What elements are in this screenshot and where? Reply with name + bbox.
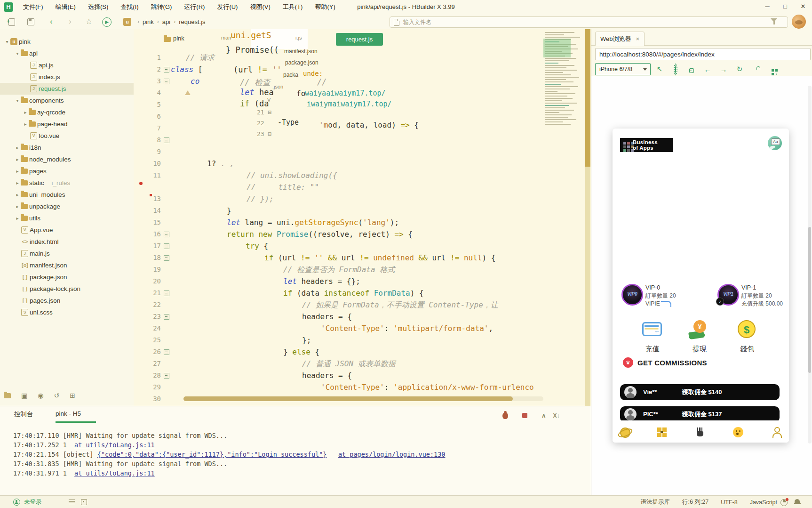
menu-item-y[interactable]: 帮助(Y) [309,0,341,14]
explorer-folder-icon[interactable] [4,393,11,398]
tree-item-i18n[interactable]: ▸i18n [0,142,134,153]
tab-pink-h5[interactable]: pink - H5 [56,410,81,417]
tree-item-utils[interactable]: ▸utils [0,212,134,224]
scrollbar-thumb[interactable] [585,29,590,167]
tree-item-App-vue[interactable]: VApp.vue [0,224,134,236]
fold-marker-icon[interactable] [164,79,169,84]
chevron-right-icon[interactable]: ▸ [14,145,21,150]
fold-marker-icon[interactable] [164,314,169,320]
filter-funnel-icon[interactable] [771,18,777,22]
breadcrumb-item-folder[interactable]: api [162,18,170,25]
minimize-button[interactable]: ─ [758,0,776,14]
action-withdraw-hand[interactable]: ¥提現 [683,319,716,354]
vip-card-vip-0[interactable]: VIP0VIP-0訂單數量 20VIPIE [621,284,711,310]
tree-item-foo-vue[interactable]: Vfoo.vue [0,130,134,142]
tree-item-api-js[interactable]: Japi.js [0,59,134,71]
browser-tab[interactable]: Web浏览器× [595,32,645,46]
tree-item-main-js[interactable]: Jmain.js [0,248,134,259]
close-button[interactable]: ✕ [794,0,812,14]
menu-item-v[interactable]: 视图(V) [244,0,276,14]
fold-marker-icon[interactable] [164,373,169,379]
chevron-right-icon[interactable]: ▸ [14,216,21,221]
statusbar-item[interactable]: 语法提示库 [640,498,670,506]
menu-item-s[interactable]: 选择(S) [82,0,114,14]
tree-item-index-html[interactable]: <>index.html [0,236,134,248]
chevron-down-icon[interactable]: ▾ [14,98,21,103]
stop-icon[interactable] [522,413,527,418]
chevron-right-icon[interactable]: ▸ [22,110,29,115]
log-link[interactable]: at utils/toLang.js:11 [74,441,155,449]
tree-item-package-json[interactable]: [ ]package.json [0,271,134,283]
chevron-right-icon[interactable]: ▸ [14,204,21,209]
action-wallet-coin[interactable]: $錢包 [731,319,764,354]
menu-item-e[interactable]: 编辑(E) [49,0,82,14]
menu-item-u[interactable]: 发行(U) [211,0,244,14]
commission-row[interactable]: Vie**獲取佣金 $140 [620,384,780,400]
tree-item-manifest-json[interactable]: [o]manifest.json [0,259,134,271]
tab-console[interactable]: 控制台 [14,410,33,419]
scrollbar-thumb[interactable] [808,227,811,373]
bookmark-star-button[interactable]: ☆ [83,14,95,29]
tree-item-package-lock-json[interactable]: [ ]package-lock.json [0,283,134,295]
navigate-forward-button[interactable]: › [64,14,76,29]
device-selector[interactable]: iPhone 6/7/8 [595,63,651,75]
chevron-right-icon[interactable]: ▸ [14,169,21,174]
menu-item-f[interactable]: 文件(F) [17,0,49,14]
editor-vertical-scrollbar[interactable] [585,29,590,406]
fold-marker-icon[interactable] [164,137,169,143]
breadcrumb-item-file[interactable]: request.js [179,18,205,25]
forward-arrow-icon[interactable]: → [719,65,728,73]
tree-item-api[interactable]: ▾api [0,48,134,59]
commission-row[interactable]: PIC**獲取佣金 $137 [620,406,780,422]
editor-minimap[interactable] [543,29,591,406]
tree-item-uni-scss[interactable]: Suni.scss [0,306,134,318]
menu-item-i[interactable]: 查找(I) [114,0,144,14]
user-avatar[interactable] [792,15,806,29]
browser-scrollbar[interactable] [808,86,812,443]
tree-item-request-js[interactable]: Jrequest.js [0,83,134,95]
run-button[interactable]: ▶ [101,14,113,29]
fold-marker-icon[interactable] [164,290,169,296]
breadcrumb-item-project[interactable]: pink [143,18,154,25]
panel-toggle-icon[interactable] [81,499,87,505]
save-button[interactable] [24,14,37,29]
navigate-back-button[interactable]: ‹ [45,14,57,29]
outline-list-icon[interactable] [69,500,75,505]
browser-tab-close-icon[interactable]: × [636,35,640,42]
action-recharge-card[interactable]: 充值 [636,319,669,354]
fold-marker-icon[interactable] [164,67,169,73]
chevron-right-icon[interactable]: ▸ [14,157,21,162]
open-external-icon[interactable]: ↖ [655,65,664,73]
log-link[interactable]: at pages/login/login.vue:130 [338,451,446,458]
sidebar-tool-icon[interactable]: ▣ [21,392,27,399]
menu-item-g[interactable]: 跳转(G) [145,0,178,14]
file-search-input[interactable]: 输入文件名 [390,16,788,28]
new-file-button[interactable] [6,14,18,29]
terminal-icon[interactable]: >_ [687,65,696,73]
fold-marker-icon[interactable] [164,255,169,261]
login-status[interactable]: 未登录 [13,496,42,508]
back-arrow-icon[interactable]: ← [703,65,712,73]
code-editor[interactable]: 1// 请求2class [3co456789101? . ,11// uni.… [134,29,543,406]
tree-item-node-modules[interactable]: ▸node_modules [0,153,134,165]
log-link[interactable]: at utils/toLang.js:11 [74,469,155,477]
browser-url-input[interactable] [595,48,811,60]
statusbar-item[interactable]: JavaScript [750,499,777,506]
tree-item-pink[interactable]: ▾upink [0,36,134,48]
sidebar-tool-icon[interactable]: ↺ [54,392,59,399]
tree-item-ay-qrcode[interactable]: ▸ay-qrcode [0,106,134,118]
sidebar-tool-icon[interactable]: ⊞ [70,392,75,399]
sidebar-tool-icon[interactable]: ◉ [38,392,43,399]
notification-bell-icon[interactable] [795,499,800,503]
tree-item-static[interactable]: ▸statici_rules [0,177,134,189]
tree-item-page-head[interactable]: ▸page-head [0,118,134,130]
fold-marker-icon[interactable] [164,232,169,237]
chevron-right-icon[interactable]: ▸ [14,180,21,185]
fold-marker-icon[interactable] [164,349,169,355]
chevron-right-icon[interactable]: ▸ [22,121,29,127]
tree-item-index-js[interactable]: Jindex.js [0,71,134,83]
collapse-icon[interactable]: ∧ [541,412,546,419]
vip-card-vip-1[interactable]: VIP1♪VIP-1訂單數量 20充值升級 500.00 [717,284,789,310]
statusbar-item[interactable]: 行:6 列:27 [682,498,709,506]
menu-item-r[interactable]: 运行(R) [178,0,211,14]
